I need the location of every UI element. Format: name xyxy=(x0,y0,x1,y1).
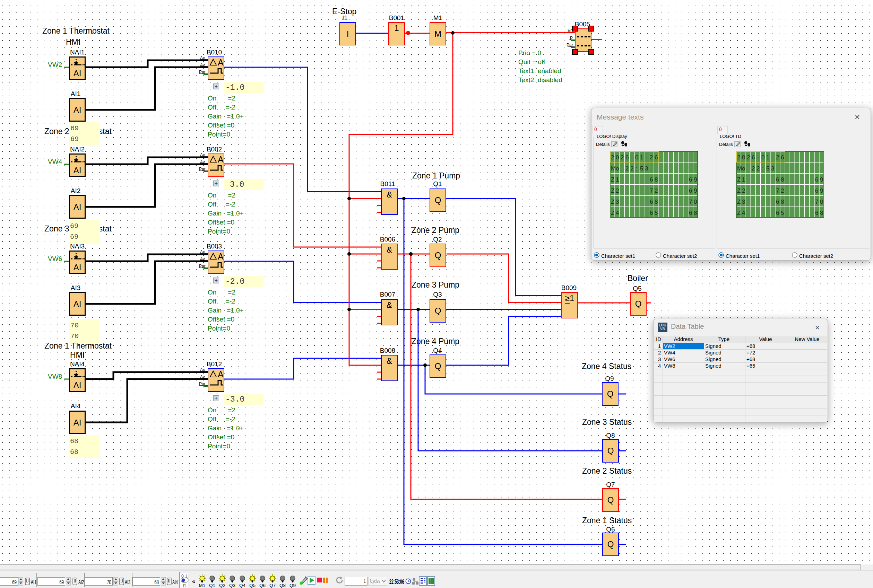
svg-text:2: 2 xyxy=(650,154,653,161)
svg-text:VW6: VW6 xyxy=(664,356,675,362)
svg-text:6: 6 xyxy=(776,198,779,205)
svg-text:New Value: New Value xyxy=(795,336,819,342)
svg-text:6: 6 xyxy=(776,176,779,183)
svg-text:0: 0 xyxy=(635,154,638,161)
svg-text:7: 7 xyxy=(689,198,692,205)
svg-text::: : xyxy=(762,165,764,172)
svg-text:4: 4 xyxy=(742,210,745,216)
svg-text:6: 6 xyxy=(815,210,818,216)
svg-text:o: o xyxy=(742,165,745,172)
svg-text:A: A xyxy=(218,154,224,164)
svg-text:Signed: Signed xyxy=(705,356,721,362)
svg-text:6: 6 xyxy=(650,176,653,183)
svg-text:Z: Z xyxy=(737,188,741,194)
svg-text:o: o xyxy=(616,165,619,172)
svg-text:8: 8 xyxy=(781,176,784,183)
svg-text:7: 7 xyxy=(776,188,779,194)
svg-text:1: 1 xyxy=(658,343,661,349)
svg-text:M: M xyxy=(737,165,742,172)
svg-text:Q5: Q5 xyxy=(249,583,255,588)
svg-text:M: M xyxy=(611,165,616,172)
svg-text::: : xyxy=(636,165,638,172)
svg-text:-: - xyxy=(757,154,759,161)
svg-text:0: 0 xyxy=(694,198,697,205)
svg-text:VW2: VW2 xyxy=(664,343,675,349)
svg-text:9: 9 xyxy=(820,176,823,183)
svg-text:LOG: LOG xyxy=(659,323,666,327)
svg-text:0: 0 xyxy=(761,154,765,161)
svg-text:+68: +68 xyxy=(747,343,755,349)
svg-text:2: 2 xyxy=(742,188,745,194)
svg-text:M1: M1 xyxy=(199,583,206,588)
svg-text:Z: Z xyxy=(611,198,615,205)
svg-text:-: - xyxy=(645,154,647,161)
svg-text:3: 3 xyxy=(616,198,619,205)
svg-text:5: 5 xyxy=(640,165,643,172)
svg-text:2: 2 xyxy=(747,154,750,161)
svg-text:2: 2 xyxy=(611,154,614,161)
svg-text:6: 6 xyxy=(689,210,692,216)
svg-text:2: 2 xyxy=(658,350,661,356)
svg-text:2: 2 xyxy=(756,165,760,172)
svg-text:Signed: Signed xyxy=(705,350,721,356)
svg-text:+65: +65 xyxy=(747,363,755,369)
svg-text:Value: Value xyxy=(759,336,772,342)
svg-text:7: 7 xyxy=(815,198,818,205)
svg-text:Z: Z xyxy=(611,176,615,183)
svg-text:VB: VB xyxy=(660,327,665,331)
svg-text:6: 6 xyxy=(650,198,653,205)
svg-text:A: A xyxy=(218,369,224,379)
svg-text:Q7: Q7 xyxy=(269,583,276,588)
svg-text:2: 2 xyxy=(621,154,624,161)
svg-text:8: 8 xyxy=(820,210,823,216)
svg-text:Z: Z xyxy=(611,210,615,216)
svg-text:Q8: Q8 xyxy=(279,583,285,588)
svg-text:2: 2 xyxy=(752,165,755,172)
svg-text:6: 6 xyxy=(689,188,692,194)
svg-text:Signed: Signed xyxy=(705,363,721,369)
svg-text:6: 6 xyxy=(752,154,755,161)
svg-text:Z: Z xyxy=(611,188,615,194)
svg-text:Q4: Q4 xyxy=(239,583,246,588)
svg-text:5: 5 xyxy=(766,165,769,172)
svg-text:5: 5 xyxy=(781,210,784,216)
svg-text:0: 0 xyxy=(742,154,745,161)
svg-text:0: 0 xyxy=(616,154,619,161)
svg-text:0: 0 xyxy=(820,198,823,205)
svg-text:2: 2 xyxy=(781,188,784,194)
svg-text:8: 8 xyxy=(694,210,697,216)
svg-text:Q1: Q1 xyxy=(209,583,215,588)
svg-text:Q9: Q9 xyxy=(290,583,296,588)
svg-text:VW4: VW4 xyxy=(664,350,675,356)
svg-text:Z: Z xyxy=(737,176,741,183)
svg-text:1: 1 xyxy=(766,154,769,161)
svg-text:2: 2 xyxy=(616,188,619,194)
svg-text:6: 6 xyxy=(625,154,628,161)
svg-text:6: 6 xyxy=(776,210,779,216)
svg-text:Address: Address xyxy=(674,336,693,342)
svg-text:1: 1 xyxy=(742,176,745,183)
svg-text:Q2: Q2 xyxy=(219,583,225,588)
svg-text:Signed: Signed xyxy=(705,343,721,349)
svg-text:Q3: Q3 xyxy=(229,583,235,588)
svg-text:Z: Z xyxy=(737,210,741,216)
svg-text:Q6: Q6 xyxy=(259,583,266,588)
svg-text:6: 6 xyxy=(650,210,653,216)
svg-text:4: 4 xyxy=(616,210,619,216)
svg-text:6: 6 xyxy=(689,176,692,183)
svg-text:A: A xyxy=(218,57,224,67)
svg-text:-: - xyxy=(771,154,774,161)
svg-text:3: 3 xyxy=(742,198,745,205)
svg-text:2: 2 xyxy=(655,188,658,194)
svg-text:1: 1 xyxy=(640,154,643,161)
svg-text:VW8: VW8 xyxy=(664,363,675,369)
svg-text:8: 8 xyxy=(655,198,658,205)
svg-text:6: 6 xyxy=(781,154,784,161)
svg-text:4: 4 xyxy=(658,363,661,369)
svg-text:9: 9 xyxy=(694,176,697,183)
svg-text:3: 3 xyxy=(658,356,661,362)
svg-text:3: 3 xyxy=(645,165,648,172)
svg-text:A: A xyxy=(218,252,224,261)
svg-text:2: 2 xyxy=(625,165,628,172)
svg-text:2: 2 xyxy=(737,154,740,161)
